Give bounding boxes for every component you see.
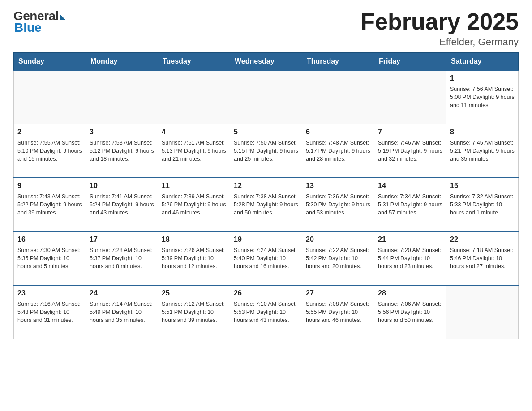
day-number: 22 bbox=[450, 235, 515, 244]
day-number: 18 bbox=[162, 235, 226, 244]
calendar-table: SundayMondayTuesdayWednesdayThursdayFrid… bbox=[13, 52, 519, 339]
day-number: 13 bbox=[306, 181, 370, 191]
calendar-cell: 1Sunrise: 7:56 AM Sunset: 5:08 PM Daylig… bbox=[446, 70, 519, 124]
day-info: Sunrise: 7:08 AM Sunset: 5:55 PM Dayligh… bbox=[306, 301, 369, 323]
calendar-cell bbox=[446, 285, 519, 339]
day-info: Sunrise: 7:16 AM Sunset: 5:48 PM Dayligh… bbox=[17, 301, 81, 323]
day-number: 15 bbox=[450, 181, 515, 191]
day-number: 3 bbox=[90, 127, 154, 137]
calendar-cell: 7Sunrise: 7:46 AM Sunset: 5:19 PM Daylig… bbox=[374, 124, 446, 178]
calendar-week-row-3: 9Sunrise: 7:43 AM Sunset: 5:22 PM Daylig… bbox=[14, 178, 519, 231]
calendar-cell: 19Sunrise: 7:24 AM Sunset: 5:40 PM Dayli… bbox=[230, 231, 302, 285]
calendar-header-friday: Friday bbox=[374, 53, 446, 71]
calendar-week-row-5: 23Sunrise: 7:16 AM Sunset: 5:48 PM Dayli… bbox=[14, 285, 519, 339]
day-info: Sunrise: 7:41 AM Sunset: 5:24 PM Dayligh… bbox=[90, 193, 154, 216]
calendar-week-row-4: 16Sunrise: 7:30 AM Sunset: 5:35 PM Dayli… bbox=[14, 231, 519, 285]
day-info: Sunrise: 7:18 AM Sunset: 5:46 PM Dayligh… bbox=[450, 247, 513, 270]
calendar-cell: 11Sunrise: 7:39 AM Sunset: 5:26 PM Dayli… bbox=[158, 178, 230, 231]
day-info: Sunrise: 7:24 AM Sunset: 5:40 PM Dayligh… bbox=[234, 247, 297, 270]
day-info: Sunrise: 7:28 AM Sunset: 5:37 PM Dayligh… bbox=[90, 247, 153, 270]
day-info: Sunrise: 7:51 AM Sunset: 5:13 PM Dayligh… bbox=[162, 140, 226, 162]
calendar-cell: 28Sunrise: 7:06 AM Sunset: 5:56 PM Dayli… bbox=[374, 285, 446, 339]
day-info: Sunrise: 7:06 AM Sunset: 5:56 PM Dayligh… bbox=[378, 301, 441, 323]
calendar-cell: 9Sunrise: 7:43 AM Sunset: 5:22 PM Daylig… bbox=[14, 178, 86, 231]
calendar-cell: 13Sunrise: 7:36 AM Sunset: 5:30 PM Dayli… bbox=[302, 178, 374, 231]
day-info: Sunrise: 7:34 AM Sunset: 5:31 PM Dayligh… bbox=[378, 193, 442, 216]
day-info: Sunrise: 7:12 AM Sunset: 5:51 PM Dayligh… bbox=[162, 301, 225, 323]
day-number: 1 bbox=[450, 73, 515, 83]
calendar-cell: 16Sunrise: 7:30 AM Sunset: 5:35 PM Dayli… bbox=[14, 231, 86, 285]
day-info: Sunrise: 7:20 AM Sunset: 5:44 PM Dayligh… bbox=[378, 247, 441, 270]
day-info: Sunrise: 7:26 AM Sunset: 5:39 PM Dayligh… bbox=[162, 247, 225, 270]
calendar-week-row-2: 2Sunrise: 7:55 AM Sunset: 5:10 PM Daylig… bbox=[14, 124, 519, 178]
calendar-header-tuesday: Tuesday bbox=[158, 53, 230, 71]
day-info: Sunrise: 7:36 AM Sunset: 5:30 PM Dayligh… bbox=[306, 193, 370, 216]
calendar-cell: 8Sunrise: 7:45 AM Sunset: 5:21 PM Daylig… bbox=[446, 124, 519, 178]
calendar-cell: 22Sunrise: 7:18 AM Sunset: 5:46 PM Dayli… bbox=[446, 231, 519, 285]
day-number: 23 bbox=[17, 288, 82, 298]
calendar-cell: 26Sunrise: 7:10 AM Sunset: 5:53 PM Dayli… bbox=[230, 285, 302, 339]
day-info: Sunrise: 7:43 AM Sunset: 5:22 PM Dayligh… bbox=[17, 193, 82, 216]
location: Effelder, Germany bbox=[360, 36, 519, 48]
calendar-cell: 20Sunrise: 7:22 AM Sunset: 5:42 PM Dayli… bbox=[302, 231, 374, 285]
day-number: 14 bbox=[378, 181, 442, 191]
calendar-cell: 10Sunrise: 7:41 AM Sunset: 5:24 PM Dayli… bbox=[86, 178, 158, 231]
day-info: Sunrise: 7:53 AM Sunset: 5:12 PM Dayligh… bbox=[90, 140, 154, 162]
day-info: Sunrise: 7:50 AM Sunset: 5:15 PM Dayligh… bbox=[234, 140, 298, 162]
day-info: Sunrise: 7:10 AM Sunset: 5:53 PM Dayligh… bbox=[234, 301, 297, 323]
day-number: 24 bbox=[90, 288, 154, 298]
day-number: 10 bbox=[90, 181, 154, 191]
calendar-cell bbox=[158, 70, 230, 124]
calendar-cell bbox=[374, 70, 446, 124]
calendar-cell: 3Sunrise: 7:53 AM Sunset: 5:12 PM Daylig… bbox=[86, 124, 158, 178]
day-info: Sunrise: 7:32 AM Sunset: 5:33 PM Dayligh… bbox=[450, 193, 513, 216]
calendar-cell: 12Sunrise: 7:38 AM Sunset: 5:28 PM Dayli… bbox=[230, 178, 302, 231]
day-number: 27 bbox=[306, 288, 370, 298]
calendar-cell: 21Sunrise: 7:20 AM Sunset: 5:44 PM Dayli… bbox=[374, 231, 446, 285]
logo-blue-text: Blue bbox=[13, 21, 42, 35]
calendar-cell: 17Sunrise: 7:28 AM Sunset: 5:37 PM Dayli… bbox=[86, 231, 158, 285]
day-info: Sunrise: 7:56 AM Sunset: 5:08 PM Dayligh… bbox=[450, 86, 515, 108]
calendar-header-monday: Monday bbox=[86, 53, 158, 71]
calendar-header-row: SundayMondayTuesdayWednesdayThursdayFrid… bbox=[14, 53, 519, 71]
day-number: 4 bbox=[162, 127, 226, 137]
day-number: 16 bbox=[17, 235, 82, 244]
day-info: Sunrise: 7:38 AM Sunset: 5:28 PM Dayligh… bbox=[234, 193, 298, 216]
logo-arrow-icon bbox=[60, 14, 66, 20]
day-number: 7 bbox=[378, 127, 442, 137]
day-number: 25 bbox=[162, 288, 226, 298]
calendar-cell: 18Sunrise: 7:26 AM Sunset: 5:39 PM Dayli… bbox=[158, 231, 230, 285]
day-number: 26 bbox=[234, 288, 298, 298]
calendar-cell: 23Sunrise: 7:16 AM Sunset: 5:48 PM Dayli… bbox=[14, 285, 86, 339]
calendar-cell: 6Sunrise: 7:48 AM Sunset: 5:17 PM Daylig… bbox=[302, 124, 374, 178]
day-info: Sunrise: 7:48 AM Sunset: 5:17 PM Dayligh… bbox=[306, 140, 370, 162]
calendar-header-saturday: Saturday bbox=[446, 53, 519, 71]
calendar-cell: 4Sunrise: 7:51 AM Sunset: 5:13 PM Daylig… bbox=[158, 124, 230, 178]
month-title: February 2025 bbox=[360, 9, 519, 34]
calendar-cell: 15Sunrise: 7:32 AM Sunset: 5:33 PM Dayli… bbox=[446, 178, 519, 231]
page-header: General Blue February 2025 Effelder, Ger… bbox=[13, 9, 519, 48]
calendar-cell: 5Sunrise: 7:50 AM Sunset: 5:15 PM Daylig… bbox=[230, 124, 302, 178]
day-info: Sunrise: 7:22 AM Sunset: 5:42 PM Dayligh… bbox=[306, 247, 369, 270]
calendar-header-wednesday: Wednesday bbox=[230, 53, 302, 71]
day-number: 11 bbox=[162, 181, 226, 191]
day-number: 28 bbox=[378, 288, 442, 298]
calendar-cell: 2Sunrise: 7:55 AM Sunset: 5:10 PM Daylig… bbox=[14, 124, 86, 178]
calendar-cell bbox=[86, 70, 158, 124]
day-number: 5 bbox=[234, 127, 298, 137]
title-area: February 2025 Effelder, Germany bbox=[360, 9, 519, 48]
calendar-cell bbox=[302, 70, 374, 124]
day-info: Sunrise: 7:55 AM Sunset: 5:10 PM Dayligh… bbox=[17, 140, 82, 162]
day-info: Sunrise: 7:39 AM Sunset: 5:26 PM Dayligh… bbox=[162, 193, 226, 216]
day-info: Sunrise: 7:30 AM Sunset: 5:35 PM Dayligh… bbox=[17, 247, 81, 270]
day-info: Sunrise: 7:45 AM Sunset: 5:21 PM Dayligh… bbox=[450, 140, 515, 162]
calendar-cell bbox=[14, 70, 86, 124]
calendar-cell: 27Sunrise: 7:08 AM Sunset: 5:55 PM Dayli… bbox=[302, 285, 374, 339]
day-info: Sunrise: 7:46 AM Sunset: 5:19 PM Dayligh… bbox=[378, 140, 442, 162]
calendar-week-row-1: 1Sunrise: 7:56 AM Sunset: 5:08 PM Daylig… bbox=[14, 70, 519, 124]
day-info: Sunrise: 7:14 AM Sunset: 5:49 PM Dayligh… bbox=[90, 301, 153, 323]
calendar-cell bbox=[230, 70, 302, 124]
logo: General Blue bbox=[13, 9, 66, 35]
day-number: 6 bbox=[306, 127, 370, 137]
calendar-cell: 14Sunrise: 7:34 AM Sunset: 5:31 PM Dayli… bbox=[374, 178, 446, 231]
